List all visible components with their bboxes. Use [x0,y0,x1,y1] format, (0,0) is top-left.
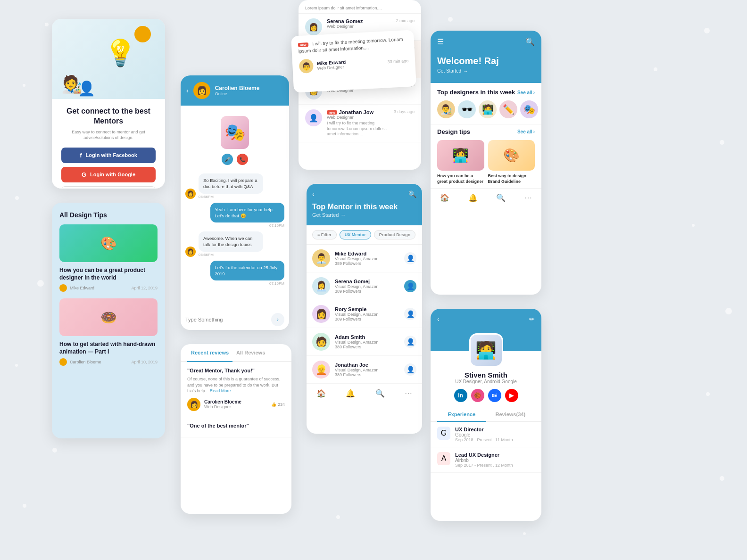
exp-dates-google: Sep 2018 - Present . 11 Month [455,437,535,442]
call-avatar-wrap: 🎭 [181,106,289,154]
design-tips-section-header: Design tips See all › [437,128,535,135]
email-login-button[interactable]: ✉ Login with Email [61,186,156,189]
tip-card-2: 🎨 [488,140,535,171]
tab-all-reviews[interactable]: All Reviews [232,344,269,361]
chat-msg-avatar-1: 👩 [185,189,196,199]
follow-button-adam-m[interactable]: 👤 [404,336,416,348]
reviewer-role-1: Web Designer [204,404,267,409]
welcome-cta-text: Get Started [437,68,461,74]
mentor-nav-home[interactable]: 🏠 [316,389,326,398]
exp-dates-airbnb: Sep 2017 - Present . 12 Month [455,463,535,468]
bulb-illustration: 💡 [104,38,137,68]
follow-button-jonathan-m[interactable]: 👤 [404,363,416,376]
tip1-author: Mike Edward [70,286,94,290]
call-buttons: 🎤 📞 [181,154,289,165]
profile-tabs: Experience Reviews(34) [431,408,541,422]
tab-recent-reviews[interactable]: Recent reviews [187,344,232,362]
mentor-name-rory: Rory Semple [335,306,399,312]
sun-illustration [134,26,151,42]
welcome-nav-more[interactable]: ⋯ [524,193,532,202]
behance-button[interactable]: Bé [488,389,501,402]
mentor-item-rory[interactable]: 👩 Rory Semple Visual Design, Amazon 389 … [307,300,422,328]
mentor-item-mike[interactable]: 👨‍💼 Mike Edward Visual Design, Amazon 38… [307,245,422,272]
read-more-link-1[interactable]: Read More [210,388,231,393]
review-text-1: Of course, none of this is a guarantee o… [187,376,285,394]
mentor-avatar-rory: 👩 [312,305,330,323]
mentor-item-serena[interactable]: 👩‍💼 Serena Gomej Visual Design, Amazon 3… [307,272,422,300]
exp-title-google: UX Director [455,427,535,432]
mentor-item-jonathan[interactable]: 👱 Jonathan Joe Visual Design, Amazon 389… [307,356,422,384]
tips-see-all[interactable]: See all › [517,129,535,134]
message-item-jonathan-inner: 👤 new Jonathan Jow Web Designer I will t… [299,105,421,142]
welcome-cta[interactable]: Get Started → [437,68,535,74]
facebook-btn-label: Login with Facebook [85,152,137,158]
end-call-button[interactable]: 📞 [237,154,248,165]
filter-chip-filter[interactable]: ≡ Filter [312,230,337,239]
msg-name-jonathan: Jonathan Jow [339,109,374,115]
chat-input[interactable] [185,317,267,322]
mute-button[interactable]: 🎤 [222,154,233,165]
experience-item-airbnb: A Lead UX Designer Airbnb Sep 2017 - Pre… [431,447,541,473]
floating-msg-content: I will try to fix the meeting tomorrow. … [298,36,403,54]
floating-message-card: new I will try to fix the meeting tomorr… [291,30,416,92]
exp-title-airbnb: Lead UX Designer [455,452,535,458]
mentor-followers-rory: 389 Followers [335,317,399,321]
profile-avatar: 🧑‍💻 [469,333,503,367]
chat-back-button[interactable]: ‹ [186,87,189,94]
welcome-nav-home[interactable]: 🏠 [440,193,449,202]
mentor-search-icon[interactable]: 🔍 [408,190,416,198]
tip-caption-1: How you can be a great product designer [437,173,484,184]
follow-button-serena[interactable]: 👤 [404,280,416,292]
chat-messages: 👩 So Exciting. I will prepare a doc befo… [181,170,289,309]
welcome-search-icon[interactable]: 🔍 [525,37,535,46]
mentor-item-adam[interactable]: 🧑 Adam Smith Visual Design, Amazon 389 F… [307,328,422,356]
tip2-author: Carolien Bloeme [70,360,101,364]
profile-back-button[interactable]: ‹ [437,315,440,323]
msg-bubble-1: So Exciting. I will prepare a doc before… [199,173,263,194]
google-login-button[interactable]: G Login with Google [61,167,156,182]
tab-experience[interactable]: Experience [437,408,486,422]
mentor-name-mike: Mike Edward [335,251,399,256]
mentor-meta-jonathan-m: Visual Design, Amazon [335,368,399,372]
mentor-info-jonathan-m: Jonathan Joe Visual Design, Amazon 389 F… [335,362,399,377]
experience-item-google: G UX Director Google Sep 2018 - Present … [431,422,541,447]
tips-header: All Design Tips [52,203,165,224]
mentor-avatar-jonathan-m: 👱 [312,361,330,379]
mentor-nav-search[interactable]: 🔍 [375,389,385,398]
tip1-image: 🎨 [59,224,158,262]
message-item-jonathan[interactable]: 👤 new Jonathan Jow Web Designer I will t… [299,105,421,142]
chat-user-name: Carolien Bloeme [215,85,283,91]
mentor-nav-bell[interactable]: 🔔 [346,389,355,398]
mentor-nav-more[interactable]: ⋯ [405,389,412,398]
profile-edit-button[interactable]: ✏ [529,315,535,323]
mentor-title: Top Mentor in this week [312,203,416,211]
follow-button-rory[interactable]: 👤 [404,308,416,320]
menu-icon[interactable]: ☰ [437,37,444,46]
youtube-button[interactable]: ▶ [505,389,518,402]
chat-card: ‹ 👩 Carolien Bloeme Online 🎭 🎤 📞 👩 So Ex… [181,75,289,330]
designer-avatar-2: 🕶️ [458,100,476,118]
login-body: Get connect to the best Mentors Easy way… [52,99,165,189]
login-illustration: 💡 🧑‍🎨 👤 [52,19,165,99]
chat-header: ‹ 👩 Carolien Bloeme Online [181,75,289,106]
mentor-back-button[interactable]: ‹ [312,190,315,198]
exp-company-google: Google [455,432,535,437]
follow-button-mike[interactable]: 👤 [404,252,416,264]
filter-chip-product[interactable]: Product Design [374,230,416,239]
welcome-arrow-icon: → [463,68,468,74]
filter-chip-ux[interactable]: UX Mentor [340,230,371,239]
floating-new-badge: new [298,42,308,47]
designers-row: 👨‍🎨 🕶️ 🧑‍💻 ✏️ 🎭 [431,100,541,124]
mentor-info-rory: Rory Semple Visual Design, Amazon 389 Fo… [335,306,399,321]
dribbble-button[interactable]: 🏀 [471,389,484,402]
welcome-nav-bell[interactable]: 🔔 [468,193,478,202]
facebook-login-button[interactable]: f Login with Facebook [61,148,156,163]
tip1-title: How you can be a great product designer … [52,267,165,281]
msg-time-2: 07:16PM [269,223,284,228]
linkedin-button[interactable]: in [454,389,467,402]
chat-send-button[interactable]: › [271,313,284,326]
msg-avatar-jonathan: 👤 [305,109,322,126]
welcome-nav-search[interactable]: 🔍 [496,193,506,202]
tab-reviews[interactable]: Reviews(34) [486,408,535,421]
designers-see-all[interactable]: See all › [517,90,535,95]
